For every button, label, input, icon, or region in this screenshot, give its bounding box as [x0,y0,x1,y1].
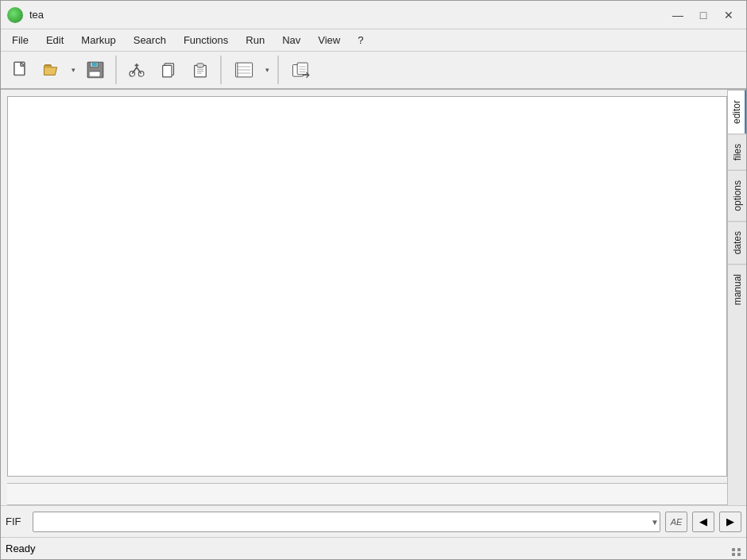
save-file-button[interactable] [80,56,110,84]
fif-prev-button[interactable]: ◀ [692,512,714,532]
editor[interactable] [7,96,727,477]
fif-input[interactable] [33,512,660,532]
menu-item-file[interactable]: File [4,33,37,48]
cut-button[interactable] [122,56,152,84]
copy-button[interactable] [153,56,184,84]
find-bar [7,483,727,505]
menu-item-edit[interactable]: Edit [38,33,72,48]
status-text: Ready [6,543,36,554]
main-area: editorfilesoptionsdatesmanual [1,90,746,505]
menu-item-help[interactable]: ? [350,33,371,48]
app-icon [7,7,23,23]
paste-button[interactable] [185,56,215,84]
fif-label: FIF [6,516,28,527]
svg-rect-28 [297,63,308,75]
rtab-files[interactable]: files [728,133,746,170]
fif-bar: FIF ▼ AE ◀ ▶ [1,505,746,537]
toolbar: ▾ [1,52,746,90]
menu-item-run[interactable]: Run [238,33,273,48]
minimize-button[interactable]: — [667,6,689,24]
close-button[interactable]: ✕ [718,6,740,24]
fif-next-button[interactable]: ▶ [719,512,741,532]
open-button-group: ▾ [37,56,79,84]
menu-bar: FileEditMarkupSearchFunctionsRunNavView? [1,29,746,52]
toolbar-sep-1 [115,56,117,84]
menu-item-nav[interactable]: Nav [274,33,308,48]
rtab-dates[interactable]: dates [728,221,746,264]
title-bar: tea — □ ✕ [1,1,746,29]
toolbar-sep-2 [220,56,222,84]
status-dots [727,542,741,556]
rtab-manual[interactable]: manual [728,264,746,315]
svg-rect-7 [90,71,100,76]
rtab-options[interactable]: options [728,170,746,221]
toolbar-sep-3 [277,56,279,84]
lines-button-group: ▾ [226,56,273,84]
lines-arrow[interactable]: ▾ [261,56,273,84]
lines-button[interactable] [226,56,261,84]
open-file-arrow[interactable]: ▾ [68,56,79,84]
menu-item-view[interactable]: View [310,33,348,48]
window-controls: — □ ✕ [667,6,740,24]
title-text: tea [29,9,44,21]
maximize-button[interactable]: □ [692,6,714,24]
title-left: tea [7,7,44,23]
menu-item-search[interactable]: Search [126,33,174,48]
svg-rect-8 [92,63,97,66]
rtab-editor[interactable]: editor [728,90,746,133]
status-bar: Ready [1,537,746,559]
new-file-button[interactable] [6,56,36,84]
menu-item-functions[interactable]: Functions [176,33,236,48]
svg-rect-16 [163,65,172,77]
multi-doc-button[interactable] [284,56,319,84]
fif-ae-button[interactable]: AE [665,512,687,532]
menu-item-markup[interactable]: Markup [73,33,123,48]
right-tabs: editorfilesoptionsdatesmanual [727,90,746,505]
open-file-button[interactable] [37,56,68,84]
svg-rect-18 [197,64,203,68]
editor-container [1,90,727,505]
